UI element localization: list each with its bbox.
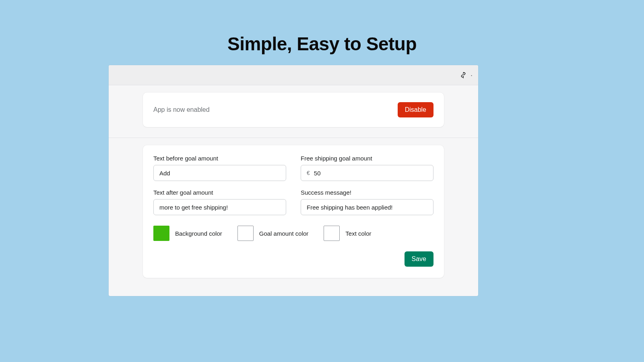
more-icon[interactable]: · <box>471 72 473 79</box>
text-color-label: Text color <box>345 230 371 237</box>
app-window: · App is now enabled Disable Text before… <box>109 65 478 296</box>
goal-amount-color-label: Goal amount color <box>259 230 309 237</box>
text-after-input[interactable] <box>153 199 286 215</box>
text-before-input[interactable] <box>153 165 286 181</box>
goal-amount-input-wrap[interactable]: € <box>301 165 433 181</box>
disable-button[interactable]: Disable <box>398 102 433 117</box>
success-message-field: Success message! <box>301 189 433 215</box>
text-before-field: Text before goal amount <box>153 155 286 181</box>
background-color-swatch[interactable] <box>153 226 169 241</box>
background-color-item: Background color <box>153 226 222 241</box>
text-after-label: Text after goal amount <box>153 189 286 196</box>
success-message-label: Success message! <box>301 189 433 196</box>
text-before-label: Text before goal amount <box>153 155 286 162</box>
goal-amount-label: Free shipping goal amount <box>301 155 433 162</box>
save-button[interactable]: Save <box>405 251 433 267</box>
text-color-swatch[interactable] <box>324 226 340 241</box>
app-status-text: App is now enabled <box>153 106 210 113</box>
divider <box>109 138 478 138</box>
goal-amount-color-item: Goal amount color <box>237 226 309 241</box>
colors-row: Background color Goal amount color Text … <box>153 226 433 241</box>
hero-title: Simple, Easy to Setup <box>0 0 644 55</box>
settings-card: Text before goal amount Free shipping go… <box>143 145 444 278</box>
goal-amount-color-swatch[interactable] <box>237 226 254 241</box>
app-topbar: · <box>109 65 478 85</box>
text-color-item: Text color <box>324 226 371 241</box>
goal-amount-field: Free shipping goal amount € <box>301 155 433 181</box>
goal-amount-input[interactable] <box>314 165 427 181</box>
pin-icon[interactable] <box>459 71 467 79</box>
status-card: App is now enabled Disable <box>143 93 444 127</box>
background-color-label: Background color <box>175 230 222 237</box>
actions-row: Save <box>153 251 433 267</box>
success-message-input[interactable] <box>301 199 433 215</box>
text-after-field: Text after goal amount <box>153 189 286 215</box>
app-body: App is now enabled Disable Text before g… <box>109 93 478 278</box>
currency-prefix: € <box>307 170 310 176</box>
